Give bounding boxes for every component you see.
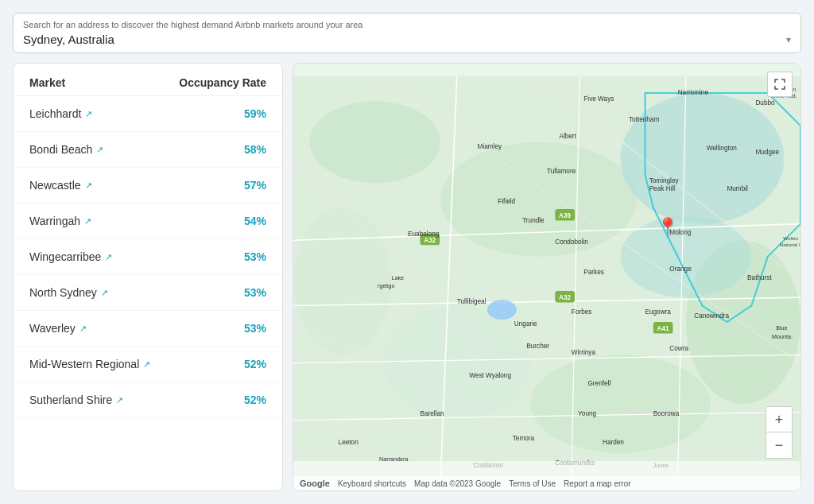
svg-point-6 bbox=[383, 306, 530, 421]
market-name: Waverley ↗ bbox=[29, 322, 87, 335]
svg-text:Tottenham: Tottenham bbox=[629, 116, 660, 123]
main-content: Market Occupancy Rate Leichhardt ↗ 59% B… bbox=[13, 63, 801, 491]
header-market: Market bbox=[29, 76, 65, 89]
external-link-icon: ↗ bbox=[85, 180, 92, 191]
svg-text:Ungarie: Ungarie bbox=[514, 320, 537, 328]
svg-text:Five Ways: Five Ways bbox=[583, 95, 614, 103]
svg-text:Leeton: Leeton bbox=[339, 439, 359, 446]
svg-text:Albert: Albert bbox=[559, 133, 576, 140]
svg-text:Wellington: Wellington bbox=[707, 145, 738, 152]
google-logo: Google bbox=[300, 479, 330, 488]
table-row[interactable]: Mid-Western Regional ↗ 52% bbox=[14, 347, 282, 382]
table-row[interactable]: Sutherland Shire ↗ 52% bbox=[14, 382, 282, 418]
svg-text:Boorowa: Boorowa bbox=[653, 410, 680, 417]
svg-rect-78 bbox=[293, 461, 800, 478]
fullscreen-button[interactable] bbox=[767, 72, 793, 97]
svg-text:Tullibigeal: Tullibigeal bbox=[457, 298, 486, 305]
market-rate: 53% bbox=[244, 322, 266, 335]
external-link-icon: ↗ bbox=[116, 395, 123, 405]
svg-text:Temora: Temora bbox=[513, 435, 535, 442]
svg-text:Wollen: Wollen bbox=[783, 235, 798, 241]
svg-point-2 bbox=[310, 101, 441, 183]
svg-text:Eugowra: Eugowra bbox=[645, 308, 671, 316]
table-row[interactable]: Warringah ↗ 54% bbox=[14, 204, 282, 239]
market-panel: Market Occupancy Rate Leichhardt ↗ 59% B… bbox=[13, 63, 283, 491]
svg-text:Fifield: Fifield bbox=[498, 198, 515, 205]
external-link-icon: ↗ bbox=[84, 216, 91, 227]
report-map-error[interactable]: Report a map error bbox=[564, 479, 630, 488]
svg-text:A32: A32 bbox=[424, 237, 436, 244]
search-container: Search for an address to discover the hi… bbox=[13, 13, 801, 53]
svg-text:Forbes: Forbes bbox=[572, 308, 592, 316]
svg-text:Blue: Blue bbox=[776, 324, 787, 331]
map-pin: 📍 bbox=[657, 217, 678, 238]
market-rate: 54% bbox=[244, 215, 266, 227]
svg-text:Cowra: Cowra bbox=[669, 345, 688, 352]
svg-text:Grenfell: Grenfell bbox=[587, 380, 610, 387]
market-rate: 57% bbox=[244, 179, 266, 192]
svg-point-3 bbox=[440, 142, 637, 257]
svg-text:rgeligo: rgeligo bbox=[378, 282, 395, 289]
svg-text:Peak Hill: Peak Hill bbox=[649, 185, 676, 192]
map-controls bbox=[767, 72, 793, 97]
market-rate: 53% bbox=[244, 286, 266, 299]
market-rate: 52% bbox=[244, 394, 266, 406]
svg-text:Tomingley: Tomingley bbox=[649, 177, 680, 184]
external-link-icon: ↗ bbox=[143, 359, 150, 370]
svg-text:Lake: Lake bbox=[391, 274, 404, 281]
keyboard-shortcuts[interactable]: Keyboard shortcuts bbox=[338, 479, 406, 488]
terms-of-use[interactable]: Terms of Use bbox=[509, 479, 556, 488]
table-row[interactable]: Bondi Beach ↗ 58% bbox=[14, 132, 282, 168]
svg-text:A39: A39 bbox=[559, 212, 572, 219]
svg-text:Tullamore: Tullamore bbox=[547, 168, 576, 175]
svg-text:Dubbo: Dubbo bbox=[755, 99, 775, 107]
market-rate: 52% bbox=[244, 358, 266, 370]
market-rate: 59% bbox=[244, 107, 266, 120]
market-name: Newcastle ↗ bbox=[29, 179, 92, 192]
external-link-icon: ↗ bbox=[101, 288, 108, 298]
market-rate: 58% bbox=[244, 143, 266, 156]
table-row[interactable]: North Sydney ↗ 53% bbox=[14, 275, 282, 311]
table-row[interactable]: Newcastle ↗ 57% bbox=[14, 168, 282, 204]
svg-text:Barellan: Barellan bbox=[421, 410, 445, 417]
table-row[interactable]: Waverley ↗ 53% bbox=[14, 311, 282, 347]
map-container[interactable]: A32 A39 A41 A32 Goulburn River Nat. Narr… bbox=[293, 63, 801, 491]
svg-text:Parkes: Parkes bbox=[583, 269, 604, 276]
market-name: Bondi Beach ↗ bbox=[29, 143, 103, 156]
market-name: North Sydney ↗ bbox=[29, 286, 108, 299]
svg-text:Condobolin: Condobolin bbox=[555, 238, 588, 246]
external-link-icon: ↗ bbox=[79, 324, 87, 334]
svg-text:Harden: Harden bbox=[603, 439, 624, 446]
header-rate: Occupancy Rate bbox=[179, 76, 266, 89]
market-name: Sutherland Shire ↗ bbox=[29, 394, 123, 406]
svg-text:Young: Young bbox=[578, 410, 596, 417]
svg-text:National I.: National I. bbox=[780, 242, 800, 247]
map-footer: Google Keyboard shortcuts Map data ©2023… bbox=[293, 476, 800, 490]
map-data-label: Map data ©2023 Google bbox=[414, 479, 501, 488]
zoom-out-button[interactable]: − bbox=[766, 432, 792, 458]
zoom-controls: + − bbox=[766, 406, 793, 459]
dropdown-arrow-icon[interactable]: ▾ bbox=[786, 34, 791, 45]
svg-text:Mumbil: Mumbil bbox=[727, 185, 748, 192]
svg-point-7 bbox=[530, 355, 710, 452]
market-table-header: Market Occupancy Rate bbox=[14, 64, 282, 96]
svg-text:Canowindra: Canowindra bbox=[694, 312, 729, 320]
market-name: Leichhardt ↗ bbox=[29, 107, 92, 120]
market-name: Warringah ↗ bbox=[29, 215, 91, 227]
svg-text:Burcher: Burcher bbox=[526, 343, 549, 350]
svg-text:West Wyalong: West Wyalong bbox=[469, 372, 511, 379]
svg-text:Euabalong: Euabalong bbox=[408, 231, 440, 238]
market-rate: 53% bbox=[244, 250, 266, 263]
table-row[interactable]: Leichhardt ↗ 59% bbox=[14, 96, 282, 132]
external-link-icon: ↗ bbox=[105, 252, 112, 262]
search-value[interactable]: Sydney, Australia bbox=[23, 33, 114, 46]
svg-text:Mudgee: Mudgee bbox=[755, 149, 779, 156]
svg-text:Orange: Orange bbox=[669, 266, 692, 273]
svg-point-29 bbox=[487, 300, 517, 320]
svg-text:A41: A41 bbox=[657, 325, 670, 332]
svg-point-8 bbox=[293, 207, 391, 355]
zoom-in-button[interactable]: + bbox=[766, 407, 792, 432]
map-background: A32 A39 A41 A32 Goulburn River Nat. Narr… bbox=[293, 64, 800, 490]
svg-text:Mounta.: Mounta. bbox=[772, 333, 793, 340]
table-row[interactable]: Wingecarribee ↗ 53% bbox=[14, 239, 282, 275]
